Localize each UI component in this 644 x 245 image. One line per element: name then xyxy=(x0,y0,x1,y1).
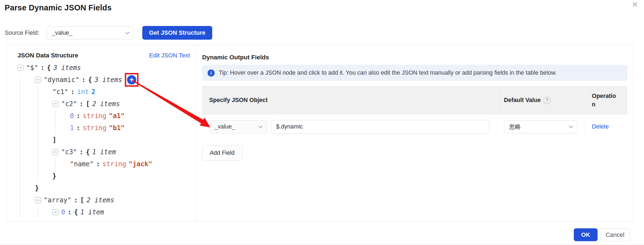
table-row: _value_ 忽略 Delete xyxy=(202,115,627,139)
edit-json-text-link[interactable]: Edit JSON Text xyxy=(149,52,190,59)
json-token-brace: ] xyxy=(52,136,56,144)
json-token-brace: { xyxy=(74,208,78,216)
tree-guide-line xyxy=(52,110,70,122)
collapse-toggle-icon[interactable]: − xyxy=(17,65,23,71)
json-token-key: "c2" xyxy=(61,100,77,108)
json-token-p: : xyxy=(96,160,100,168)
tree-guide-line xyxy=(17,182,35,194)
tree-guide-line xyxy=(52,122,70,134)
json-structure-pane: JSON Data Structure Edit JSON Text −"$":… xyxy=(7,45,196,221)
json-tree-line[interactable]: −0:{1 item xyxy=(17,206,195,218)
json-token-brace: } xyxy=(52,172,56,180)
json-token-p: : xyxy=(76,112,80,120)
json-token-items: 3 items xyxy=(53,64,81,72)
json-token-brace: { xyxy=(86,148,90,156)
json-token-vstr: "jack" xyxy=(129,160,152,168)
json-tree-line[interactable]: −"c3":{1 item xyxy=(17,146,195,158)
collapse-toggle-icon[interactable]: − xyxy=(52,209,58,215)
json-tree-line[interactable]: 1:string"b1" xyxy=(17,122,195,134)
json-token-items: 2 items xyxy=(92,100,120,108)
json-tree-line[interactable]: "name":string"jack" xyxy=(17,158,195,170)
chevron-down-icon xyxy=(125,30,129,34)
specify-json-object-cell: _value_ xyxy=(202,115,497,139)
json-token-items: 1 item xyxy=(80,208,104,216)
json-token-tstr: string xyxy=(102,160,126,168)
default-value-select[interactable]: 忽略 xyxy=(504,120,578,133)
tree-guide-line xyxy=(17,98,35,110)
json-token-items: 2 items xyxy=(87,196,114,204)
tree-guide-line xyxy=(17,122,35,134)
cancel-button[interactable]: Cancel xyxy=(600,228,630,241)
footer: OK Cancel xyxy=(574,228,630,241)
json-tree-line[interactable]: } xyxy=(17,182,195,194)
default-value-cell: 忽略 xyxy=(497,115,585,139)
json-token-idx: 1 xyxy=(70,124,74,132)
column-header-operation: Operation xyxy=(585,86,627,115)
ok-button[interactable]: OK xyxy=(574,228,598,241)
json-token-idx: 0 xyxy=(70,112,74,120)
chevron-down-icon xyxy=(258,124,263,128)
column-header-specify-json-object: Specify JSON Object xyxy=(202,86,497,115)
json-tree-line[interactable]: 0:string"a1" xyxy=(17,110,195,122)
json-path-input[interactable] xyxy=(271,120,489,134)
json-token-p: : xyxy=(67,208,71,216)
json-tree-line[interactable]: "c1":int2 xyxy=(17,86,195,98)
info-icon: i xyxy=(208,69,215,77)
source-field-value: _value_ xyxy=(52,30,72,36)
tree-guide-line xyxy=(17,158,35,170)
add-node-icon[interactable]: + xyxy=(127,75,136,84)
tip-banner: i Tip: Hover over a JSON node and click … xyxy=(202,65,627,81)
tree-guide-line xyxy=(35,170,52,182)
collapse-toggle-icon[interactable]: − xyxy=(35,197,41,203)
json-token-idx: 0 xyxy=(61,208,65,216)
output-fields-table: Specify JSON Object Default Value ? Oper… xyxy=(202,86,627,139)
source-field-select[interactable]: _value_ xyxy=(47,26,134,39)
collapse-toggle-icon[interactable]: − xyxy=(52,149,58,155)
row-field-value: _value_ xyxy=(214,123,235,130)
close-icon[interactable]: ✕ xyxy=(632,1,638,8)
json-token-vstr: "b1" xyxy=(109,124,125,132)
add-field-button[interactable]: Add Field xyxy=(202,145,242,161)
json-tree-line[interactable]: −"dynamic":{3 items+ xyxy=(17,74,195,86)
json-token-p: : xyxy=(76,124,80,132)
tree-guide-line xyxy=(35,158,52,170)
json-token-key: "array" xyxy=(44,196,71,204)
json-token-tstr: string xyxy=(83,124,107,132)
collapse-toggle-icon[interactable]: − xyxy=(35,77,41,83)
json-token-key: "dynamic" xyxy=(44,76,79,84)
json-token-key: "c1" xyxy=(52,88,68,96)
json-token-vint: 2 xyxy=(91,88,95,96)
json-token-tint: int xyxy=(77,88,89,96)
column-header-default-value: Default Value ? xyxy=(497,86,585,115)
json-tree-line[interactable]: −"$":{3 items xyxy=(17,62,195,74)
output-fields-title: Dynamic Output Fields xyxy=(202,54,627,61)
row-field-select[interactable]: _value_ xyxy=(209,120,267,133)
tree-guide-line xyxy=(17,206,35,218)
json-tree-line[interactable]: −"c2":[2 items xyxy=(17,98,195,110)
tree-guide-line xyxy=(17,134,35,146)
tree-guide-line xyxy=(17,194,35,206)
page-title: Parse Dynamic JSON Fields xyxy=(5,3,112,12)
tip-text: Tip: Hover over a JSON node and click to… xyxy=(219,68,557,77)
json-token-items: 3 items xyxy=(94,76,122,84)
source-field-label: Source Field: xyxy=(5,30,39,36)
json-token-brace: { xyxy=(88,76,92,84)
help-icon[interactable]: ? xyxy=(543,97,551,104)
chevron-down-icon xyxy=(569,124,573,128)
get-json-structure-button[interactable]: Get JSON Structure xyxy=(142,26,212,40)
default-value: 忽略 xyxy=(509,123,521,131)
json-tree-line[interactable]: } xyxy=(17,170,195,182)
json-token-brace: [ xyxy=(80,196,84,204)
tree-guide-line xyxy=(35,98,52,110)
json-tree-line[interactable]: −"array":[2 items xyxy=(17,194,195,206)
delete-link[interactable]: Delete xyxy=(592,123,609,130)
collapse-toggle-icon[interactable]: − xyxy=(52,101,58,107)
tree-guide-line xyxy=(35,134,52,146)
left-pane-header: JSON Data Structure Edit JSON Text xyxy=(17,52,190,59)
json-token-items: 1 item xyxy=(92,148,116,156)
tree-guide-line xyxy=(35,146,52,158)
json-token-p: : xyxy=(79,100,83,108)
json-token-key: "name" xyxy=(70,160,94,168)
json-tree-line[interactable]: ] xyxy=(17,134,195,146)
tree-guide-line xyxy=(17,74,35,86)
